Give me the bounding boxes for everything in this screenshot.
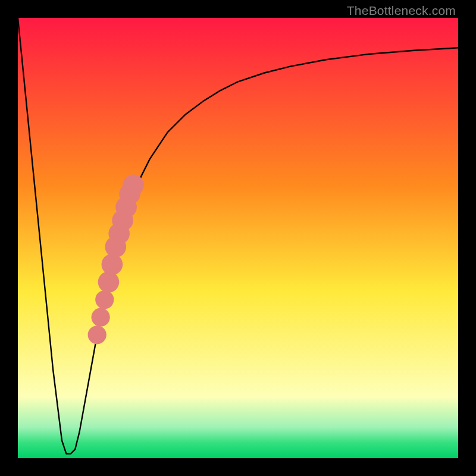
watermark-text: TheBottleneck.com <box>347 4 456 18</box>
marker-dot <box>92 308 110 327</box>
chart-frame: TheBottleneck.com <box>0 0 476 476</box>
curve-markers <box>88 174 144 344</box>
plot-area <box>18 18 458 458</box>
marker-dot <box>102 254 123 275</box>
bottleneck-curve <box>18 18 458 454</box>
marker-dot <box>88 325 107 344</box>
marker-dot <box>98 271 120 293</box>
curve-layer <box>18 18 458 458</box>
marker-dot <box>123 174 144 196</box>
marker-dot <box>95 290 114 309</box>
